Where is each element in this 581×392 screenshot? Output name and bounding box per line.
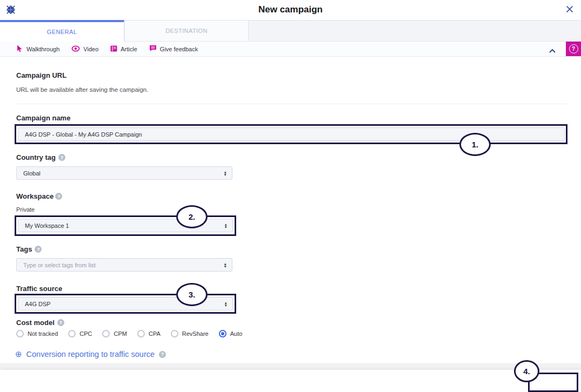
video-eye-icon [71, 45, 80, 53]
tags-label: Tags ? [16, 245, 42, 253]
campaign-name-input[interactable] [18, 127, 565, 141]
page-title: New campaign [0, 4, 581, 15]
radio-cpm[interactable]: CPM [102, 330, 126, 337]
walkthrough-cursor-icon [16, 45, 23, 53]
radio-not-tracked[interactable]: Not tracked [16, 330, 58, 337]
conversion-reporting-label: Conversion reporting to traffic source [26, 350, 155, 359]
tab-general-label: GENERAL [47, 29, 77, 35]
tags-select[interactable]: Type or select tags from list ▲▼ [16, 258, 232, 272]
radio-cpc[interactable]: CPC [68, 330, 92, 337]
video-button[interactable]: Video [71, 45, 98, 53]
select-arrows-icon: ▲▼ [224, 262, 227, 268]
radio-auto[interactable]: Auto [219, 330, 243, 337]
radio-icon [137, 330, 145, 337]
traffic-source-label: Traffic source [16, 285, 62, 293]
plus-circle-icon: ⊕ [15, 350, 22, 359]
workspace-value: My Workspace 1 [25, 222, 69, 229]
tab-bar: GENERAL DESTINATION [0, 20, 581, 42]
radio-revshare[interactable]: RevShare [171, 330, 209, 337]
close-icon[interactable] [565, 5, 574, 13]
radio-icon [102, 330, 110, 337]
question-mark-icon: ? [569, 44, 578, 53]
radio-selected-icon [219, 330, 226, 337]
content-bottom-gap [0, 363, 581, 370]
campaign-url-heading: Campaign URL [16, 71, 66, 79]
workspace-help-icon[interactable]: ? [55, 193, 62, 200]
walkthrough-button[interactable]: Walkthrough [16, 45, 59, 53]
country-tag-select[interactable]: Global ▲▼ [16, 166, 232, 180]
country-tag-help-icon[interactable]: ? [58, 154, 65, 161]
new-campaign-modal: New campaign GENERAL DESTINATION Walkthr… [0, 0, 581, 392]
section-divider [16, 104, 567, 104]
help-button[interactable]: ? [566, 42, 581, 56]
radio-cpa[interactable]: CPA [137, 330, 161, 337]
tags-placeholder: Type or select tags from list [23, 262, 96, 268]
tab-destination[interactable]: DESTINATION [124, 20, 249, 42]
traffic-source-select[interactable]: A4G DSP ▲▼ [18, 297, 233, 310]
campaign-name-label: Campaign name [16, 114, 70, 122]
campaign-url-note: URL will be available after saving the c… [16, 86, 148, 93]
cost-model-radio-group: Not tracked CPC CPM CPA RevShare Auto [16, 330, 242, 337]
help-toolbar: Walkthrough Video Article [0, 42, 581, 57]
workspace-group-label: Private [16, 206, 35, 213]
traffic-source-value: A4G DSP [25, 301, 51, 307]
walkthrough-label: Walkthrough [26, 46, 59, 52]
select-arrows-icon: ▲▼ [224, 301, 228, 307]
radio-icon [68, 330, 76, 337]
article-icon [110, 45, 117, 53]
article-button[interactable]: Article [110, 45, 137, 53]
conversion-reporting-link[interactable]: ⊕ Conversion reporting to traffic source… [15, 350, 166, 359]
radio-icon [171, 330, 178, 337]
cost-model-label: Cost model ? [16, 319, 64, 327]
give-feedback-label: Give feedback [160, 46, 198, 52]
give-feedback-button[interactable]: Give feedback [149, 45, 198, 53]
country-tag-value: Global [23, 170, 41, 177]
select-arrows-icon: ▲▼ [224, 170, 227, 176]
modal-footer: Cancel Next [0, 370, 581, 392]
conversion-reporting-help-icon[interactable]: ? [159, 351, 166, 358]
feedback-bubble-icon [149, 45, 157, 53]
country-tag-label: Country tag ? [16, 153, 65, 161]
tab-destination-label: DESTINATION [165, 28, 208, 34]
video-label: Video [83, 46, 98, 52]
tab-filler [249, 20, 581, 42]
radio-icon [16, 330, 24, 337]
modal-header: New campaign [0, 0, 581, 20]
workspace-select[interactable]: My Workspace 1 ▲▼ [18, 219, 233, 232]
tags-help-icon[interactable]: ? [35, 246, 42, 253]
article-label: Article [121, 46, 137, 52]
chevron-up-icon[interactable] [549, 46, 556, 52]
select-arrows-icon: ▲▼ [224, 222, 228, 228]
tab-general[interactable]: GENERAL [0, 20, 124, 42]
workspace-label: Workspace ? [16, 192, 62, 200]
cost-model-help-icon[interactable]: ? [57, 319, 64, 326]
